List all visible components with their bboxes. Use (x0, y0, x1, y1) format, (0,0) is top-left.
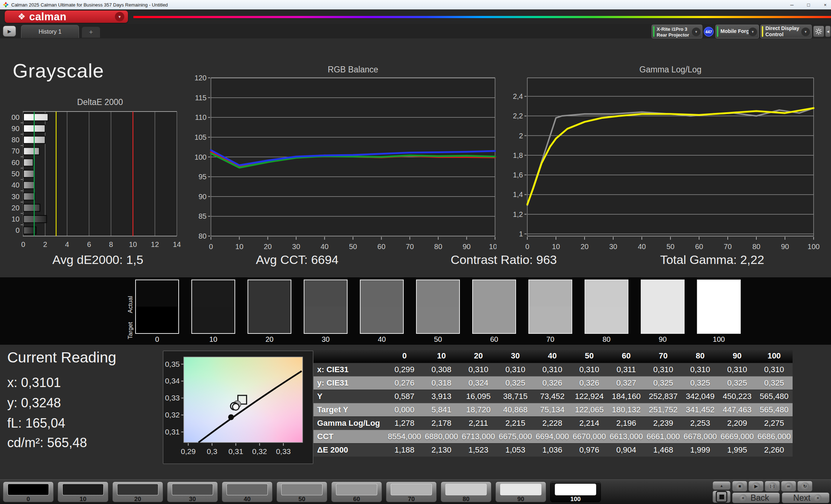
svg-text:90: 90 (12, 125, 20, 133)
pattern-button-10[interactable]: 10 (58, 482, 108, 502)
stop-measure-button[interactable]: ■ (732, 481, 747, 492)
pattern-button-30[interactable]: 30 (167, 482, 218, 502)
chevron-down-icon[interactable]: ▼ (801, 28, 810, 36)
table-cell: 5,841 (423, 403, 460, 416)
back-button[interactable]: « Back (732, 492, 780, 503)
table-row: Gamma Log/Log1,2782,1782,2112,2152,2282,… (313, 416, 793, 430)
pattern-label: 60 (332, 496, 382, 503)
table-cell: 122,065 (571, 403, 608, 416)
pattern-button-90[interactable]: 90 (495, 482, 546, 502)
table-row: Target Y0,0005,84118,72040,86875,134122,… (313, 403, 793, 416)
svg-text:0: 0 (21, 240, 25, 248)
table-cell: 184,160 (608, 390, 645, 403)
pattern-button-20[interactable]: 20 (112, 482, 163, 502)
chevron-down-icon[interactable]: ▼ (748, 28, 757, 36)
pattern-swatch (227, 484, 268, 495)
svg-text:DeltaE 2000: DeltaE 2000 (77, 97, 123, 107)
measure-button[interactable]: ▶ (748, 481, 764, 492)
svg-text:20: 20 (264, 243, 272, 251)
pattern-button-50[interactable]: 50 (277, 482, 327, 502)
session-play-button[interactable]: ▶ (3, 26, 16, 37)
source-dropdown[interactable]: Mobile Forge ▼ (715, 25, 759, 38)
chevron-down-icon: ▼ (115, 12, 124, 21)
target-patch (529, 307, 572, 333)
minimize-button[interactable]: ─ (788, 2, 795, 8)
grayscale-swatch-10 (191, 280, 235, 334)
collapse-panel-button[interactable]: ◀ (825, 26, 831, 37)
series-measure-button[interactable]: [··] (765, 481, 780, 492)
swatch-label: 40 (360, 335, 404, 344)
table-cell: 73,452 (534, 390, 571, 403)
settings-button[interactable] (813, 26, 824, 37)
svg-text:40: 40 (320, 243, 328, 251)
rainbow-progress-strip (133, 16, 831, 18)
meter-dropdown[interactable]: X-Rite i1Pro 3 Rear Projector ▼ (652, 25, 702, 38)
pattern-label: 30 (167, 496, 217, 503)
pattern-button-0[interactable]: 0 (3, 482, 54, 502)
chevron-double-left-icon: « (739, 494, 747, 502)
window-titlebar: Calman 2025 Calman Ultimate for Business… (0, 0, 831, 9)
tab-history-1[interactable]: History 1 (21, 25, 79, 38)
row-label: ΔE 2000 (313, 444, 386, 457)
row-label: Target Y (313, 403, 386, 416)
pattern-button-80[interactable]: 80 (441, 482, 491, 502)
svg-text:70: 70 (12, 147, 20, 155)
target-patch (585, 307, 628, 333)
svg-text:110: 110 (195, 113, 207, 121)
pattern-button-100[interactable]: 100 (550, 482, 601, 502)
grayscale-swatch-100 (697, 280, 741, 334)
chevron-down-icon[interactable]: ▼ (692, 28, 701, 36)
pattern-button-60[interactable]: 60 (331, 482, 382, 502)
svg-text:0,33: 0,33 (165, 394, 180, 402)
table-cell: 0,325 (497, 377, 534, 390)
swatch-comparison-band: Actual Target 0102030405060708090100 (0, 277, 831, 345)
pattern-button-40[interactable]: 40 (222, 482, 273, 502)
table-cell: 6678,000 (682, 430, 719, 443)
table-row: ΔE 20001,1882,1301,5231,0531,0360,9760,9… (313, 443, 793, 457)
table-cell: 0,325 (645, 377, 682, 390)
pattern-label: 10 (58, 496, 108, 503)
svg-text:0,31: 0,31 (228, 447, 243, 455)
target-patch (361, 307, 403, 333)
continuous-measure-button[interactable]: ∞ (781, 481, 796, 492)
grayscale-swatch-30 (304, 280, 348, 334)
table-row: Y0,5873,91316,09538,71573,452122,924184,… (313, 390, 793, 403)
table-column-header: 50 (571, 349, 608, 363)
expand-panel-button[interactable]: ▲ (712, 481, 731, 490)
pattern-swatch (117, 484, 158, 495)
pattern-window-button[interactable] (712, 491, 731, 503)
actual-patch (248, 280, 291, 307)
table-column-header: 100 (756, 349, 793, 363)
table-cell: 1,036 (534, 444, 571, 457)
app-bar: ❖ calman ▼ (0, 9, 831, 24)
loop-measure-button[interactable]: ↻ (797, 481, 813, 492)
table-cell: 6694,000 (534, 430, 571, 443)
table-cell: 2,178 (423, 417, 460, 430)
display-status-bar (762, 26, 763, 37)
table-cell: 38,715 (497, 390, 534, 403)
table-cell: 0,326 (571, 377, 608, 390)
actual-patch (585, 280, 628, 307)
next-button[interactable]: Next » (782, 492, 830, 503)
svg-text:2,2: 2,2 (513, 112, 523, 120)
table-cell: 6880,000 (423, 430, 460, 443)
table-column-header: 90 (719, 349, 756, 363)
pattern-button-70[interactable]: 70 (386, 482, 437, 502)
svg-text:40: 40 (638, 243, 646, 251)
table-column-header: 10 (423, 349, 460, 363)
close-button[interactable]: × (822, 2, 829, 8)
current-reading-title: Current Reading (7, 349, 116, 366)
add-tab-button[interactable]: + (82, 27, 100, 38)
display-control-dropdown[interactable]: Direct Display Control ▼ (760, 25, 812, 38)
maximize-button[interactable]: □ (805, 2, 812, 8)
pattern-swatch (8, 484, 49, 495)
table-cell: 251,752 (645, 403, 682, 416)
svg-text:1,8: 1,8 (513, 151, 523, 159)
svg-text:2,4: 2,4 (513, 92, 523, 100)
table-cell: 341,452 (682, 403, 719, 416)
table-column-header: 60 (608, 349, 645, 363)
svg-text:6: 6 (87, 240, 91, 248)
svg-text:80: 80 (434, 243, 442, 251)
calman-menu-button[interactable]: ❖ calman ▼ (5, 10, 128, 23)
tab-label: History 1 (38, 29, 61, 35)
